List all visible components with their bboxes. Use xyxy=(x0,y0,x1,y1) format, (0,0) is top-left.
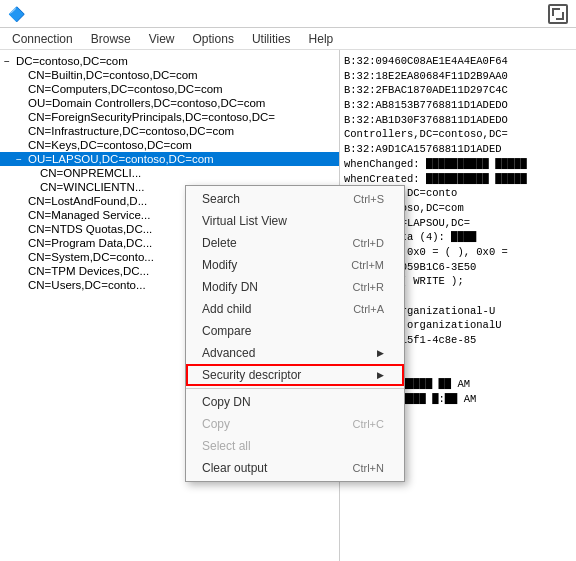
tree-item-label: CN=TPM Devices,DC... xyxy=(28,265,149,277)
context-menu-item-delete[interactable]: DeleteCtrl+D xyxy=(186,232,404,254)
context-menu-shortcut: Ctrl+C xyxy=(353,418,384,430)
output-line: B:32:09460C08AE1E4A4EA0F64 xyxy=(344,54,572,69)
app-icon: 🔷 xyxy=(8,6,24,22)
menu-item-view[interactable]: View xyxy=(141,30,183,48)
menu-item-connection[interactable]: Connection xyxy=(4,30,81,48)
context-menu-item-add-child[interactable]: Add childCtrl+A xyxy=(186,298,404,320)
context-menu-item-compare[interactable]: Compare xyxy=(186,320,404,342)
tree-item[interactable]: −OU=LAPSOU,DC=contoso,DC=com xyxy=(0,152,339,166)
context-menu-item-label: Compare xyxy=(202,324,251,338)
tree-expander: − xyxy=(16,154,26,165)
context-menu-item-select-all: Select all xyxy=(186,435,404,457)
tree-item-label: OU=LAPSOU,DC=contoso,DC=com xyxy=(28,153,214,165)
tree-item[interactable]: CN=Builtin,DC=contoso,DC=com xyxy=(0,68,339,82)
output-line: B:32:A9D1CA15768811D1ADED xyxy=(344,142,572,157)
tree-item-label: CN=Keys,DC=contoso,DC=com xyxy=(28,139,192,151)
tree-expander: − xyxy=(4,56,14,67)
tree-item[interactable]: −DC=contoso,DC=com xyxy=(0,54,339,68)
tree-item-label: CN=Managed Service... xyxy=(28,209,150,221)
context-menu-item-label: Delete xyxy=(202,236,237,250)
context-menu-separator xyxy=(186,388,404,389)
menu-bar: ConnectionBrowseViewOptionsUtilitiesHelp xyxy=(0,28,576,50)
tree-item-label: CN=Program Data,DC... xyxy=(28,237,152,249)
tree-item-label: CN=Infrastructure,DC=contoso,DC=com xyxy=(28,125,234,137)
context-menu-item-copy-dn[interactable]: Copy DN xyxy=(186,391,404,413)
output-line: Controllers,DC=contoso,DC= xyxy=(344,127,572,142)
context-menu-item-security-descriptor[interactable]: Security descriptor xyxy=(186,364,404,386)
tree-item-label: CN=NTDS Quotas,DC... xyxy=(28,223,152,235)
context-menu-item-label: Copy DN xyxy=(202,395,251,409)
output-line: B:32:AB1D30F3768811D1ADEDO xyxy=(344,113,572,128)
output-line: B:32:AB8153B7768811D1ADEDO xyxy=(344,98,572,113)
context-menu-shortcut: Ctrl+R xyxy=(353,281,384,293)
menu-item-utilities[interactable]: Utilities xyxy=(244,30,299,48)
context-menu-shortcut: Ctrl+M xyxy=(351,259,384,271)
context-menu-item-search[interactable]: SearchCtrl+S xyxy=(186,188,404,210)
context-menu-item-label: Select all xyxy=(202,439,251,453)
menu-item-options[interactable]: Options xyxy=(185,30,242,48)
context-menu-item-advanced[interactable]: Advanced xyxy=(186,342,404,364)
context-menu-shortcut: Ctrl+S xyxy=(353,193,384,205)
output-line: whenChanged: ██████████ █████ xyxy=(344,157,572,172)
context-menu-item-label: Advanced xyxy=(202,346,255,360)
context-menu-item-label: Security descriptor xyxy=(202,368,301,382)
context-menu-item-label: Virtual List View xyxy=(202,214,287,228)
tree-item[interactable]: CN=ONPREMCLI... xyxy=(0,166,339,180)
context-menu-item-label: Clear output xyxy=(202,461,267,475)
output-line: B:32:18E2EA80684F11D2B9AA0 xyxy=(344,69,572,84)
tree-item[interactable]: CN=Infrastructure,DC=contoso,DC=com xyxy=(0,124,339,138)
tree-item-label: CN=ONPREMCLI... xyxy=(40,167,141,179)
tree-item[interactable]: CN=Computers,DC=contoso,DC=com xyxy=(0,82,339,96)
tree-item-label: CN=LostAndFound,D... xyxy=(28,195,147,207)
tree-item-label: CN=System,DC=conto... xyxy=(28,251,154,263)
output-line: B:32:2FBAC1870ADE11D297C4C xyxy=(344,83,572,98)
context-menu-item-label: Modify DN xyxy=(202,280,258,294)
tree-item-label: CN=WINCLIENTN... xyxy=(40,181,144,193)
context-menu-item-label: Copy xyxy=(202,417,230,431)
menu-item-browse[interactable]: Browse xyxy=(83,30,139,48)
tree-item-label: CN=Computers,DC=contoso,DC=com xyxy=(28,83,223,95)
title-bar: 🔷 xyxy=(0,0,576,28)
context-menu-item-modify-dn[interactable]: Modify DNCtrl+R xyxy=(186,276,404,298)
context-menu-item-label: Add child xyxy=(202,302,251,316)
context-menu-shortcut: Ctrl+D xyxy=(353,237,384,249)
context-menu-shortcut: Ctrl+N xyxy=(353,462,384,474)
context-menu-item-copy: CopyCtrl+C xyxy=(186,413,404,435)
context-menu-item-clear-output[interactable]: Clear outputCtrl+N xyxy=(186,457,404,479)
context-menu-shortcut: Ctrl+A xyxy=(353,303,384,315)
menu-item-help[interactable]: Help xyxy=(301,30,342,48)
context-menu-item-label: Modify xyxy=(202,258,237,272)
context-menu: SearchCtrl+SVirtual List ViewDeleteCtrl+… xyxy=(185,185,405,482)
tree-item[interactable]: CN=Keys,DC=contoso,DC=com xyxy=(0,138,339,152)
context-menu-item-virtual-list-view[interactable]: Virtual List View xyxy=(186,210,404,232)
tree-item-label: OU=Domain Controllers,DC=contoso,DC=com xyxy=(28,97,265,109)
scan-icon[interactable] xyxy=(548,4,568,24)
tree-item-label: CN=Builtin,DC=contoso,DC=com xyxy=(28,69,198,81)
tree-item-label: CN=Users,DC=conto... xyxy=(28,279,146,291)
tree-item-label: CN=ForeignSecurityPrincipals,DC=contoso,… xyxy=(28,111,275,123)
output-line: whenCreated: ██████████ █████ xyxy=(344,172,572,187)
context-menu-item-label: Search xyxy=(202,192,240,206)
tree-item[interactable]: CN=ForeignSecurityPrincipals,DC=contoso,… xyxy=(0,110,339,124)
context-menu-item-modify[interactable]: ModifyCtrl+M xyxy=(186,254,404,276)
tree-item-label: DC=contoso,DC=com xyxy=(16,55,128,67)
tree-item[interactable]: OU=Domain Controllers,DC=contoso,DC=com xyxy=(0,96,339,110)
